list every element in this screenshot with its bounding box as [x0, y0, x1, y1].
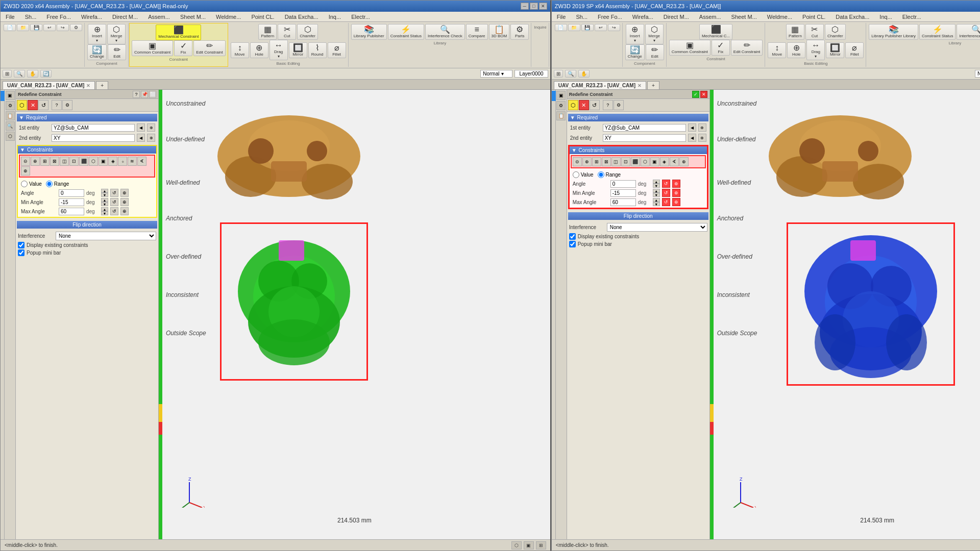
max-angle-up-btn[interactable]: ▲ [101, 207, 108, 211]
edit-constraint-btn[interactable]: ✏ Edit Constraint [193, 40, 225, 56]
right-angle-up-btn[interactable]: ▲ [653, 180, 660, 184]
angle-more-btn[interactable]: ⊕ [120, 189, 129, 197]
entity1-btn1[interactable]: ◀ [137, 123, 145, 132]
cut-btn-left[interactable]: ✂ Cut [278, 24, 296, 40]
status-icon-1-left[interactable]: ⬡ [511, 541, 522, 549]
status-icon-3-left[interactable]: ⊞ [536, 541, 546, 549]
new-btn-left[interactable]: 📄 [4, 24, 16, 31]
menu-file-right[interactable]: File [554, 13, 569, 20]
save-btn-left[interactable]: 💾 [30, 24, 42, 31]
max-angle-input[interactable] [59, 208, 84, 215]
sidebar-icon-2[interactable]: ⚙ [6, 101, 15, 110]
panel-icon-confirm[interactable]: ⬡ [17, 100, 27, 110]
right-min-reset-btn[interactable]: ↺ [662, 189, 670, 197]
panel-icon-cancel[interactable]: ✕ [28, 100, 38, 110]
mechanical-constraint-btn[interactable]: ⬛ Mechanical Constraint [156, 24, 201, 40]
view-btn-right[interactable]: ⊞ [554, 70, 563, 78]
menu-file-left[interactable]: File [3, 13, 18, 20]
close-button[interactable]: ✕ [539, 3, 547, 10]
right-interference-select[interactable]: None Warning Error [607, 223, 707, 232]
right-entity2-btn1[interactable]: ◀ [688, 134, 696, 142]
edit-constraint-btn-right[interactable]: ✏ Edit Constraint [731, 40, 763, 56]
menu-sh-right[interactable]: Sh... [573, 13, 591, 20]
sidebar-icon-4[interactable]: 🔍 [6, 121, 15, 131]
common-constraint-btn-right[interactable]: ▣ Common Constraint [669, 40, 710, 56]
value-radio-option[interactable]: Value [21, 181, 42, 187]
right-cicon-9[interactable]: ▣ [650, 157, 659, 166]
normal-dropdown-left[interactable]: Normal ▾ [480, 70, 512, 78]
mech-constraint-btn-right[interactable]: ⬛ Mechanical C... [699, 24, 732, 40]
interference-check-btn-left[interactable]: 🔍 Interference Check [425, 24, 465, 40]
common-constraint-btn[interactable]: ▣ Common Constraint [132, 40, 173, 56]
max-angle-reset-btn[interactable]: ↺ [110, 207, 118, 215]
right-entity1-input[interactable] [603, 124, 686, 132]
menu-weld-right[interactable]: Weldme... [764, 13, 795, 20]
angle-input[interactable] [59, 189, 84, 197]
right-flip-direction-btn[interactable]: Flip direction [568, 212, 708, 220]
fillet-btn-right[interactable]: ⌀ Fillet [845, 42, 864, 58]
panel-pin-btn[interactable]: 📌 [141, 91, 148, 98]
redo-btn-right[interactable]: ↪ [608, 24, 620, 31]
cicon-1[interactable]: ⊝ [21, 157, 30, 166]
angle-reset-btn[interactable]: ↺ [110, 189, 118, 197]
menu-inq-right[interactable]: Inq... [876, 13, 895, 20]
min-angle-reset-btn[interactable]: ↺ [110, 198, 118, 206]
right-max-angle-input[interactable] [610, 198, 636, 206]
open-btn-right[interactable]: 📁 [568, 24, 580, 31]
view-btn-left[interactable]: ⊞ [3, 70, 12, 78]
move-btn-right[interactable]: ↕ Move [768, 42, 786, 58]
right-panel-icon-help[interactable]: ? [603, 100, 613, 110]
right-panel-accept-btn[interactable]: ✓ [692, 91, 699, 98]
constraint-status-btn-right[interactable]: ⚡ Constraint Status [919, 24, 955, 40]
cicon-13[interactable]: ∢ [137, 157, 146, 166]
minimize-button[interactable]: ─ [521, 3, 529, 10]
zoom-btn-right[interactable]: 🔍 [565, 70, 576, 78]
right-angle-down-btn[interactable]: ▼ [653, 184, 660, 188]
menu-sheet-left[interactable]: Sheet M... [177, 13, 209, 20]
new-btn-right[interactable]: 📄 [555, 24, 567, 31]
panel-help-btn[interactable]: ? [133, 91, 140, 98]
right-min-angle-up[interactable]: ▲ [653, 189, 660, 193]
panel-icon-settings[interactable]: ⚙ [62, 100, 72, 110]
menu-direct-left[interactable]: Direct M... [109, 13, 141, 20]
right-max-reset-btn[interactable]: ↺ [662, 198, 670, 206]
cut-btn-right[interactable]: ✂ Cut [805, 24, 824, 40]
interference-select[interactable]: None Warning Error [56, 232, 156, 240]
menu-inq-left[interactable]: Inq... [326, 13, 344, 20]
right-min-angle-down[interactable]: ▼ [653, 193, 660, 197]
cicon-4[interactable]: ⊠ [50, 157, 59, 166]
drag-btn-right[interactable]: ↔ Drag ▾ [806, 40, 825, 60]
panel-icon-reset[interactable]: ↺ [38, 100, 48, 110]
library-publisher-btn-right[interactable]: 📚 Library Publisher Library [869, 24, 918, 40]
cicon-5[interactable]: ◫ [60, 157, 69, 166]
edit-comp-btn-right[interactable]: ✏ Edit [646, 44, 664, 60]
right-value-radio-option[interactable]: Value [573, 171, 594, 178]
redo-btn-left[interactable]: ↪ [57, 24, 69, 31]
menu-direct-right[interactable]: Direct M... [660, 13, 692, 20]
menu-data-left[interactable]: Data Excha... [282, 13, 322, 20]
entity2-btn2[interactable]: ⊕ [147, 134, 155, 142]
insert-btn-right[interactable]: ⊕ Insert ▾ [626, 24, 644, 44]
menu-data-right[interactable]: Data Excha... [832, 13, 872, 20]
tab-close-right[interactable]: ✕ [638, 83, 642, 88]
right-cicon-10[interactable]: ◈ [660, 157, 669, 166]
right-max-more-btn[interactable]: ⊕ [672, 198, 680, 206]
hole-btn-right[interactable]: ⊕ Hole [787, 42, 805, 58]
right-cicon-7[interactable]: ⬛ [631, 157, 640, 166]
change-btn-left[interactable]: 🔄 Change [87, 44, 107, 60]
right-cicon-11[interactable]: ∢ [670, 157, 679, 166]
fix-btn-left[interactable]: ✓ Fix [174, 40, 192, 56]
cicon-9[interactable]: ▣ [99, 157, 108, 166]
right-cicon-12[interactable]: ⊕ [679, 157, 689, 166]
bom-btn-left[interactable]: 📋 3D BOM [489, 24, 510, 40]
menu-freefo-left[interactable]: Free Fo... [43, 13, 74, 20]
menu-elec-left[interactable]: Electr... [348, 13, 373, 20]
parts-btn-left[interactable]: ⚙ Parts [510, 24, 529, 40]
right-min-more-btn[interactable]: ⊕ [672, 189, 680, 197]
compare-btn-left[interactable]: ≡ Compare [466, 24, 488, 40]
right-sidebar-icon-2[interactable]: ⚙ [556, 101, 566, 110]
right-panel-icon-confirm[interactable]: ⬡ [568, 100, 578, 110]
menu-assem-right[interactable]: Assem... [696, 13, 724, 20]
menu-sh-left[interactable]: Sh... [22, 13, 40, 20]
tab-uav-left[interactable]: UAV_CAM_R23.Z3 - [UAV_CAM] ✕ [3, 81, 95, 89]
